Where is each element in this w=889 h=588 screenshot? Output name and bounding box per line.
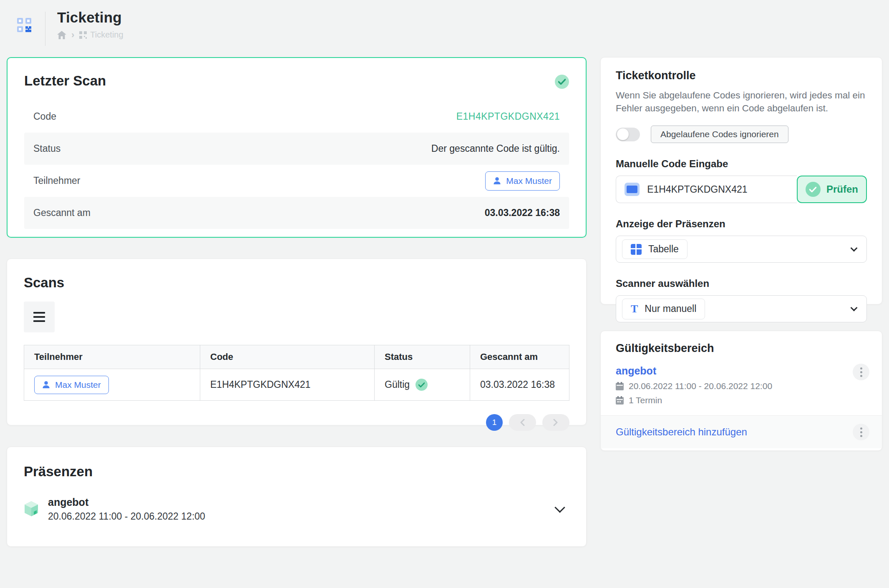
praesenz-zeitraum: 20.06.2022 11:00 - 20.06.2022 12:00 [48,511,205,522]
gb-add-link[interactable]: Gültigkeitsbereich hinzufügen [616,426,747,438]
gb-footer: Gültigkeitsbereich hinzufügen [601,415,882,448]
gescannt-value: 03.03.2022 16:38 [485,207,560,219]
breadcrumb-chevron-icon: › [71,30,74,40]
ignore-codes-button[interactable]: Abgelaufene Codes ignorieren [651,126,788,143]
breadcrumb-item-ticketing[interactable]: Ticketing [79,30,123,40]
praesenzen-card: Präsenzen angebot 20.06.2022 11:00 - 20.… [7,447,587,547]
status-value: Der gescannte Code ist gültig. [431,143,560,154]
scanner-select[interactable]: T Nur manuell [616,295,867,322]
calendar-icon [616,382,624,390]
table-row: Max Muster E1H4KPTGKDGNX421 Gültig [24,369,569,401]
left-column: Letzter Scan Code E1H4KPTGKDGNX421 Statu… [7,57,587,547]
anzeige-label: Anzeige der Präsenzen [616,218,867,230]
scans-table: Teilnehmer Code Status Gescannt am [24,345,569,401]
praesenzen-title: Präsenzen [24,447,569,480]
col-header-status: Status [375,345,470,369]
breadcrumb: › Ticketing [57,30,123,40]
code-row: Code E1H4KPTGKDGNX421 [24,101,569,133]
teilnehmer-label: Teilnehmer [33,175,81,186]
code-input-wrapper [616,176,797,203]
page-1-button[interactable]: 1 [486,414,503,431]
code-label: Code [33,111,56,122]
header-divider [45,12,45,46]
page-title: Ticketing [57,9,123,26]
manual-code-label: Manuelle Code Eingabe [616,158,867,170]
row-gescannt-am: 03.03.2022 16:38 [470,369,569,401]
gb-item-name-link[interactable]: angebot [616,365,656,377]
right-column: Ticketkontrolle Wenn Sie abgelaufene Cod… [600,57,882,451]
ignore-codes-toggle[interactable] [616,128,640,141]
praesenz-name: angebot [48,496,205,508]
next-page-button[interactable] [542,414,569,431]
gb-item-termine-row: 1 Termin [616,395,867,405]
col-header-gescannt-am: Gescannt am [470,345,569,369]
ticket-icon [625,183,640,196]
cube-icon [24,501,39,518]
letzter-scan-card: Letzter Scan Code E1H4KPTGKDGNX421 Statu… [7,57,587,238]
check-circle-icon [806,182,821,197]
table-icon [631,244,642,255]
scans-title: Scans [24,259,569,291]
home-icon[interactable] [57,31,66,39]
scans-card: Scans Teilnehmer Code Status Gescannt am [7,259,587,425]
app-logo-icon [17,17,33,33]
anzeige-selected-chip: Tabelle [622,239,688,259]
col-header-code: Code [200,345,375,369]
col-header-teilnehmer: Teilnehmer [24,345,200,369]
ticketing-page: Ticketing › Ticketing [0,0,889,588]
gescannt-row: Gescannt am 03.03.2022 16:38 [24,197,569,229]
letzter-scan-title: Letzter Scan [24,73,106,89]
chevron-down-icon[interactable] [554,502,565,513]
pruefen-button[interactable]: Prüfen [797,176,867,203]
gueltigkeitsbereich-title: Gültigkeitsbereich [616,342,867,355]
page-header: Ticketing › Ticketing [0,0,889,57]
pagination: 1 [24,414,569,431]
chevron-left-icon [520,419,525,426]
code-value: E1H4KPTGKDGNX421 [456,111,560,122]
prev-page-button[interactable] [509,414,536,431]
gueltigkeitsbereich-card: Gültigkeitsbereich angebot 20.06.2022 11… [600,331,882,451]
row-code: E1H4KPTGKDGNX421 [200,369,375,401]
content: Letzter Scan Code E1H4KPTGKDGNX421 Statu… [0,57,889,547]
gescannt-label: Gescannt am [33,207,91,219]
ticketkontrolle-title: Ticketkontrolle [616,69,867,82]
row-teilnehmer-chip[interactable]: Max Muster [34,376,109,394]
teilnehmer-chip[interactable]: Max Muster [485,171,560,191]
row-status: Gültig [385,379,410,390]
chevron-right-icon [553,419,558,426]
code-input[interactable] [647,184,788,195]
chevron-down-icon [851,304,858,311]
teilnehmer-row: Teilnehmer Max Muster [24,165,569,197]
chevron-down-icon [851,244,858,251]
breadcrumb-qr-icon [79,31,87,39]
ticketkontrolle-description: Wenn Sie abgelaufene Codes ignorieren, w… [616,89,867,115]
user-icon [42,381,50,389]
scanner-selected-chip: T Nur manuell [622,299,705,319]
gb-footer-kebab-menu-icon[interactable] [853,424,869,440]
anzeige-select[interactable]: Tabelle [616,236,867,263]
gb-item-kebab-menu-icon[interactable] [853,364,869,380]
gb-item-zeitraum-row: 20.06.2022 11:00 - 20.06.2022 12:00 [616,381,867,391]
status-row: Status Der gescannte Code ist gültig. [24,133,569,165]
valid-check-icon [416,379,428,391]
user-icon [493,177,501,185]
text-input-icon: T [631,303,638,315]
valid-scan-badge-icon [555,75,569,89]
status-label: Status [33,143,60,154]
table-menu-icon[interactable] [24,302,55,332]
scanner-label: Scanner auswählen [616,278,867,289]
praesenz-item-angebot[interactable]: angebot 20.06.2022 11:00 - 20.06.2022 12… [24,496,569,522]
ticketkontrolle-card: Ticketkontrolle Wenn Sie abgelaufene Cod… [600,57,882,304]
calendar-icon [616,396,624,405]
